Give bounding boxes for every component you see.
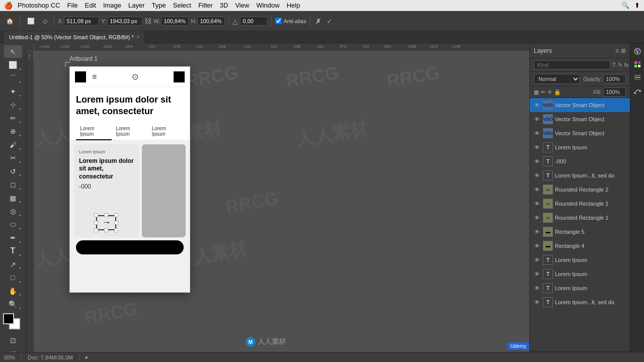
layer-item[interactable]: 👁 VSO Vector Smart Object	[530, 98, 630, 112]
layer-visibility-btn[interactable]: 👁	[533, 243, 541, 249]
menu-photoshop[interactable]: Photoshop CC	[18, 2, 60, 9]
layer-item[interactable]: 👁 T Lorem Ipsum	[530, 267, 630, 281]
layer-visibility-btn[interactable]: 👁	[533, 102, 541, 108]
share-icon[interactable]: ⬆	[634, 2, 640, 9]
lock-transparent-btn[interactable]: ▦	[534, 89, 539, 96]
layer-visibility-btn[interactable]: 👁	[533, 116, 541, 122]
menu-select[interactable]: Select	[173, 2, 191, 9]
angle-input[interactable]	[240, 17, 268, 26]
crop-tool[interactable]: ⊹▸	[4, 99, 22, 111]
menu-3d[interactable]: 3D	[220, 2, 228, 9]
blur-tool[interactable]: ◎▸	[4, 205, 22, 217]
channels-panel-btn[interactable]	[631, 71, 643, 83]
menu-help[interactable]: Help	[287, 2, 300, 9]
layer-visibility-btn[interactable]: 👁	[533, 201, 541, 207]
commit-transform-btn[interactable]: ✓	[325, 16, 334, 27]
canvas-area[interactable]: RRCG RRCG RRCG RRCG 人人素材 人人素材 人人素材 RRCG …	[34, 51, 529, 362]
layer-visibility-btn[interactable]: 👁	[533, 130, 541, 136]
type-tool[interactable]: T▸	[4, 245, 22, 257]
quick-mask-btn[interactable]: ⊡	[4, 334, 22, 346]
layer-item[interactable]: 👁 T Lorem Ipsum	[530, 140, 630, 154]
layer-visibility-btn[interactable]: 👁	[533, 158, 541, 164]
brush-tool[interactable]: 🖌▸	[4, 138, 22, 151]
tab-close-btn[interactable]: ×	[137, 34, 140, 40]
layer-item[interactable]: 👁 ▭ Rounded Rectangle 1	[530, 211, 630, 225]
layer-visibility-btn[interactable]: 👁	[533, 215, 541, 221]
menu-edit[interactable]: Edit	[85, 2, 96, 9]
layer-item[interactable]: 👁 ▭ Rounded Rectangle 1	[530, 197, 630, 211]
path-selection-tool[interactable]: ↗▸	[4, 258, 22, 270]
foreground-color-box[interactable]	[3, 313, 14, 324]
antialias-checkbox[interactable]	[275, 18, 282, 24]
paths-panel-btn[interactable]	[631, 84, 643, 97]
menu-window[interactable]: Window	[256, 2, 279, 9]
healing-tool[interactable]: ⊕▸	[4, 125, 22, 138]
history-brush-tool[interactable]: ↺▸	[4, 165, 22, 177]
phone-cta-btn[interactable]	[76, 240, 184, 254]
status-arrow[interactable]: ▸	[86, 354, 89, 360]
swatches-panel-btn[interactable]	[631, 58, 643, 70]
layer-visibility-btn[interactable]: 👁	[533, 229, 541, 235]
layer-visibility-btn[interactable]: 👁	[533, 144, 541, 150]
menu-image[interactable]: Image	[103, 2, 121, 9]
fill-input[interactable]	[603, 87, 626, 97]
layer-item[interactable]: 👁 T -000	[530, 154, 630, 168]
home-btn[interactable]: 🏠	[3, 17, 17, 26]
shape-tool[interactable]: □▸	[4, 271, 22, 284]
layer-item[interactable]: 👁 VSO Vector Smart Object	[530, 112, 630, 126]
active-tab[interactable]: Untitled-1 @ 50% (Vector Smart Object, R…	[4, 31, 145, 43]
layer-item[interactable]: 👁 T Lorem Ipsum...lt, sed do	[530, 168, 630, 183]
layer-visibility-btn[interactable]: 👁	[533, 285, 541, 291]
layers-search-filter-btn[interactable]: ✎	[618, 62, 622, 68]
y-input[interactable]	[107, 17, 142, 26]
move-tool[interactable]: ↖	[4, 45, 22, 58]
layer-item[interactable]: 👁 ▭ Rounded Rectangle 2	[530, 183, 630, 197]
eyedropper-tool[interactable]: ✏▸	[4, 112, 22, 124]
dodge-tool[interactable]: ⬭▸	[4, 218, 22, 231]
layer-item[interactable]: 👁 T Lorem Ipsum	[530, 253, 630, 267]
marquee-tool[interactable]: ⬜▸	[4, 58, 22, 71]
rect-marquee-btn[interactable]: ⬜	[24, 17, 38, 26]
layer-visibility-btn[interactable]: 👁	[533, 271, 541, 277]
search-menu-icon[interactable]: 🔍	[621, 2, 629, 9]
magic-wand-tool[interactable]: ✦▸	[4, 85, 22, 98]
layer-visibility-btn[interactable]: 👁	[533, 187, 541, 193]
layers-search-input[interactable]	[534, 60, 610, 69]
lock-all-btn[interactable]: 🔒	[554, 89, 561, 96]
layers-panel-menu-btn[interactable]: ≡	[615, 47, 619, 54]
layers-search-fx-btn[interactable]: fx	[624, 62, 629, 68]
layer-item[interactable]: 👁 ▬ Rectangle 4	[530, 239, 630, 253]
layer-visibility-btn[interactable]: 👁	[533, 257, 541, 263]
cancel-transform-btn[interactable]: ✗	[314, 16, 323, 27]
lasso-tool[interactable]: ⌒▸	[4, 72, 22, 84]
layers-search-type-btn[interactable]: T	[612, 62, 616, 68]
phone-tab-2[interactable]: Lorem Ipsum	[112, 123, 147, 140]
transform-options-btn[interactable]: ◇	[40, 17, 50, 26]
menu-type[interactable]: Type	[152, 2, 166, 9]
layer-visibility-btn[interactable]: 👁	[533, 172, 541, 178]
layer-item[interactable]: 👁 VSO Vector Smart Object	[530, 126, 630, 140]
lock-pixels-btn[interactable]: ✏	[541, 89, 545, 96]
pen-tool[interactable]: ✒▸	[4, 231, 22, 244]
phone-tab-3[interactable]: Lorem Ipsum	[148, 123, 184, 140]
layer-item[interactable]: 👁 ▬ Rectangle 5	[530, 225, 630, 239]
phone-tab-1[interactable]: Lorem Ipsum	[76, 123, 112, 140]
h-input[interactable]	[197, 17, 225, 26]
hand-tool[interactable]: ✋▸	[4, 285, 22, 297]
gradient-tool[interactable]: ▦▸	[4, 192, 22, 204]
menu-filter[interactable]: Filter	[198, 2, 213, 9]
layer-item[interactable]: 👁 T Lorem Ipsum	[530, 281, 630, 295]
layer-visibility-btn[interactable]: 👁	[533, 299, 541, 305]
w-input[interactable]	[161, 17, 189, 26]
zoom-tool[interactable]: 🔍▸	[4, 298, 22, 310]
phone-arrow-box[interactable]: →	[96, 215, 116, 230]
x-input[interactable]	[64, 17, 99, 26]
layers-panel-expand-btn[interactable]: ⊞	[621, 47, 626, 54]
lock-position-btn[interactable]: ✛	[547, 89, 552, 96]
color-panel-btn[interactable]	[631, 45, 643, 57]
eraser-tool[interactable]: ◻▸	[4, 178, 22, 191]
menu-file[interactable]: File	[67, 2, 78, 9]
layer-item[interactable]: 👁 T Lorem Ipsum...lt, sed do	[530, 295, 630, 309]
menu-view[interactable]: View	[235, 2, 249, 9]
menu-layer[interactable]: Layer	[128, 2, 145, 9]
